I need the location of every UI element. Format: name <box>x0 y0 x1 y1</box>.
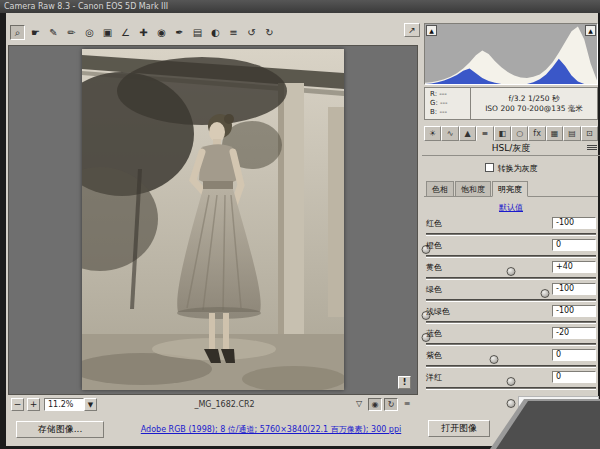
histogram: ▲ ▲ <box>424 23 598 85</box>
color-sampler-tool[interactable]: ✏ <box>64 25 79 40</box>
dialog-footer: 存储图像... Adobe RGB (1998); 8 位/通道; 5760×3… <box>6 414 598 446</box>
tab-presets[interactable]: ▤ <box>563 126 580 141</box>
toggle-panel-button[interactable]: ≡ <box>400 398 414 411</box>
open-image-button[interactable]: 打开图像 <box>428 420 490 437</box>
tab-split-toning[interactable]: ◧ <box>494 126 511 141</box>
panel-title-text: HSL/灰度 <box>492 143 531 153</box>
chevron-down-icon[interactable]: ▼ <box>84 398 97 411</box>
slider-row-2: 黄色+40 <box>424 262 598 284</box>
exposure-line1: f/3.2 1/250 秒 <box>471 94 597 104</box>
zoom-in-button[interactable]: + <box>27 398 40 411</box>
mark-accept-button[interactable]: ◉ <box>368 398 382 411</box>
slider-row-4: 浅绿色-100 <box>424 306 598 328</box>
slider-row-1: 橙色0 <box>424 240 598 262</box>
slider-list: 红色-100橙色0黄色+40绿色-100浅绿色-100蓝色-20紫色0洋红0 <box>424 218 598 394</box>
tab-basic[interactable]: ☀ <box>424 126 441 141</box>
panel-title: HSL/灰度 <box>422 141 600 156</box>
straighten-tool[interactable]: ∠ <box>118 25 133 40</box>
slider-value-input[interactable]: 0 <box>552 371 596 383</box>
slider-label: 黄色 <box>426 262 442 273</box>
save-image-button[interactable]: 存储图像... <box>16 421 104 438</box>
subtab-0[interactable]: 色相 <box>426 181 454 196</box>
zoom-tool[interactable]: ⌕ <box>10 25 25 40</box>
slider-value-input[interactable]: 0 <box>552 349 596 361</box>
slider-label: 橙色 <box>426 240 442 251</box>
highlight-clipping-icon[interactable]: ▲ <box>585 25 596 36</box>
slider-value-input[interactable]: -100 <box>552 283 596 295</box>
white-balance-tool[interactable]: ✎ <box>46 25 61 40</box>
dialog-chrome: ⌕☛✎✏◎▣∠✚◉✒▤◐≡↺↻ ↗ <box>6 13 598 446</box>
slider-track[interactable] <box>426 277 596 280</box>
processing-warning-icon: ! <box>398 376 411 389</box>
rotate-cw-button[interactable]: ↻ <box>262 25 277 40</box>
rotate-ccw-button[interactable]: ↺ <box>244 25 259 40</box>
slider-track[interactable] <box>426 365 596 368</box>
slider-track[interactable] <box>426 299 596 302</box>
slider-track[interactable] <box>426 343 596 346</box>
panel-menu-icon[interactable] <box>587 145 597 152</box>
convert-grayscale-label: 转换为灰度 <box>498 164 538 173</box>
subtab-2[interactable]: 明亮度 <box>492 181 528 197</box>
preferences-button[interactable]: ≡ <box>226 25 241 40</box>
crop-tool[interactable]: ▣ <box>100 25 115 40</box>
tab-detail[interactable]: ▲ <box>459 126 476 141</box>
slider-value-input[interactable]: -20 <box>552 327 596 339</box>
slider-label: 浅绿色 <box>426 306 450 317</box>
tab-lens-corrections[interactable]: ○ <box>511 126 528 141</box>
slider-row-7: 洋红0 <box>424 372 598 394</box>
panel-tabstrip: ☀∿▲≡◧○fx▦▤⊡ <box>424 126 598 141</box>
tab-tone-curve[interactable]: ∿ <box>441 126 458 141</box>
slider-label: 紫色 <box>426 350 442 361</box>
slider-track[interactable] <box>426 321 596 324</box>
slider-track[interactable] <box>426 233 596 236</box>
zoom-out-button[interactable]: − <box>11 398 24 411</box>
preview-toolbar: − + 11.2% ▼ _MG_1682.CR2 ▽◉↻≡ <box>8 396 418 413</box>
photo-preview[interactable] <box>82 49 344 390</box>
camera-raw-dialog: Camera Raw 8.3 - Canon EOS 5D Mark III ⌕… <box>0 0 600 449</box>
exposure-line2: ISO 200 70-200@135 毫米 <box>471 104 597 114</box>
adjustments-panel: ▲ ▲ R: --- G: --- B: --- f/3.2 1/250 秒 I… <box>422 23 600 415</box>
subtab-1[interactable]: 饱和度 <box>455 181 491 196</box>
workflow-options-link[interactable]: Adobe RGB (1998); 8 位/通道; 5760×3840(22.1… <box>116 424 426 435</box>
slider-track[interactable] <box>426 387 596 390</box>
slider-value-input[interactable]: +40 <box>552 261 596 273</box>
hsl-subtabs: 色相饱和度明亮度 <box>424 181 598 197</box>
rotate-preview-button[interactable]: ↻ <box>384 398 398 411</box>
tab-hsl-grayscale[interactable]: ≡ <box>476 126 493 141</box>
filename-label: _MG_1682.CR2 <box>97 400 352 409</box>
shadow-clipping-icon[interactable]: ▲ <box>426 25 437 36</box>
convert-grayscale-checkbox[interactable] <box>485 163 494 172</box>
adjustment-brush-tool[interactable]: ✒ <box>172 25 187 40</box>
tab-camera-calibration[interactable]: ▦ <box>546 126 563 141</box>
preview-bar-icons: ▽◉↻≡ <box>352 398 414 411</box>
red-eye-tool[interactable]: ◉ <box>154 25 169 40</box>
preview-area[interactable]: ! <box>8 45 418 395</box>
slider-value-input[interactable]: 0 <box>552 239 596 251</box>
default-link[interactable]: 默认值 <box>422 202 600 213</box>
zoom-level-select[interactable]: 11.2% ▼ <box>44 398 97 411</box>
spot-removal-tool[interactable]: ✚ <box>136 25 151 40</box>
toolbar: ⌕☛✎✏◎▣∠✚◉✒▤◐≡↺↻ <box>10 22 277 42</box>
slider-value-input[interactable]: -100 <box>552 217 596 229</box>
hand-tool[interactable]: ☛ <box>28 25 43 40</box>
slider-track[interactable] <box>426 255 596 258</box>
slider-row-6: 紫色0 <box>424 350 598 372</box>
targeted-adjustment-tool[interactable]: ◎ <box>82 25 97 40</box>
graduated-filter-tool[interactable]: ▤ <box>190 25 205 40</box>
tab-effects[interactable]: fx <box>528 126 545 141</box>
zoom-level-value: 11.2% <box>44 398 84 411</box>
toggle-fullscreen-button[interactable]: ↗ <box>404 23 420 37</box>
window-title: Camera Raw 8.3 - Canon EOS 5D Mark III <box>0 0 600 13</box>
slider-value-input[interactable]: -100 <box>552 305 596 317</box>
obscured-button-area <box>518 396 599 446</box>
filter-funnel-icon[interactable]: ▽ <box>352 398 366 411</box>
slider-label: 红色 <box>426 218 442 229</box>
slider-thumb[interactable] <box>507 399 516 408</box>
exposure-info: f/3.2 1/250 秒 ISO 200 70-200@135 毫米 <box>471 88 597 119</box>
tab-snapshots[interactable]: ⊡ <box>581 126 598 141</box>
b-value: B: --- <box>430 108 470 117</box>
photo-illustration <box>82 49 344 390</box>
slider-label: 绿色 <box>426 284 442 295</box>
radial-filter-tool[interactable]: ◐ <box>208 25 223 40</box>
slider-row-5: 蓝色-20 <box>424 328 598 350</box>
